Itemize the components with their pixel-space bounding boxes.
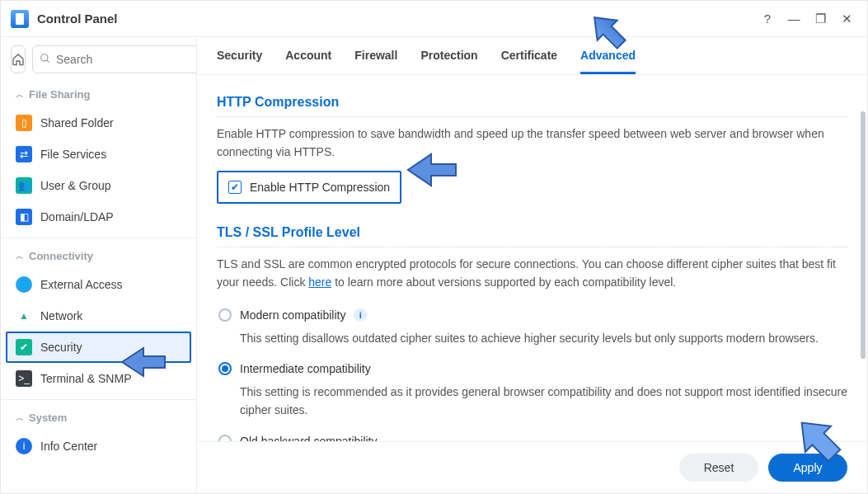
- sidebar-item-label: Shared Folder: [40, 116, 114, 129]
- tls-here-link[interactable]: here: [308, 275, 331, 289]
- search-input[interactable]: [56, 53, 197, 66]
- globe-icon: 🌐: [16, 276, 32, 293]
- network-icon: ▲: [16, 308, 32, 324]
- sidebar-item-shared-folder[interactable]: ▯ Shared Folder: [1, 107, 196, 139]
- search-icon: [40, 53, 51, 67]
- checkbox-checked-icon[interactable]: ✔: [228, 181, 242, 194]
- close-button[interactable]: ✕: [836, 8, 857, 30]
- option-modern[interactable]: Modern compatibility i: [217, 302, 847, 328]
- group-file-sharing[interactable]: ︿ File Sharing: [1, 82, 196, 107]
- sidebar-item-domain-ldap[interactable]: ◧ Domain/LDAP: [1, 201, 196, 233]
- reset-button[interactable]: Reset: [679, 454, 758, 482]
- apply-button[interactable]: Apply: [768, 454, 847, 482]
- folder-icon: ▯: [16, 115, 32, 131]
- info-icon: i: [16, 438, 32, 454]
- sidebar-item-label: External Access: [40, 278, 123, 291]
- scrollbar-thumb[interactable]: [861, 111, 866, 359]
- radio-label: Intermediate compatibility: [240, 362, 371, 375]
- group-system[interactable]: ︿ System: [1, 405, 196, 430]
- window-title: Control Panel: [37, 12, 118, 26]
- group-label: File Sharing: [29, 88, 90, 101]
- info-icon[interactable]: i: [354, 308, 367, 322]
- sidebar-item-label: Security: [40, 341, 82, 354]
- sidebar-item-label: User & Group: [40, 179, 111, 192]
- search-field[interactable]: [32, 45, 197, 73]
- titlebar: Control Panel ? — ❐ ✕: [1, 1, 867, 37]
- svg-point-0: [41, 54, 48, 60]
- maximize-button[interactable]: ❐: [809, 8, 831, 30]
- tab-security[interactable]: Security: [217, 49, 262, 74]
- enable-http-compression-row[interactable]: ✔ Enable HTTP Compression: [217, 171, 401, 204]
- radio-label: Old backward compatibility: [240, 435, 378, 441]
- chevron-up-icon: ︿: [16, 251, 24, 262]
- sidebar-item-external-access[interactable]: 🌐 External Access: [1, 269, 196, 300]
- tab-bar: Security Account Firewall Protection Cer…: [197, 37, 867, 75]
- option-modern-desc: This setting disallows outdated cipher s…: [217, 328, 847, 356]
- sidebar-item-security[interactable]: ✔ Security: [6, 332, 191, 363]
- sidebar-item-network[interactable]: ▲ Network: [1, 300, 196, 332]
- content-scroll[interactable]: HTTP Compression Enable HTTP compression…: [197, 75, 867, 441]
- domain-ldap-icon: ◧: [16, 209, 32, 225]
- sidebar-item-terminal-snmp[interactable]: >_ Terminal & SNMP: [1, 363, 196, 394]
- radio-unchecked-icon[interactable]: [218, 435, 232, 441]
- footer-buttons: Reset Apply: [197, 441, 867, 493]
- sidebar-item-info-center[interactable]: i Info Center: [1, 430, 196, 462]
- group-connectivity[interactable]: ︿ Connectivity: [1, 243, 196, 269]
- file-services-icon: ⇄: [16, 146, 32, 162]
- sidebar-item-label: Domain/LDAP: [40, 210, 114, 223]
- svg-line-1: [47, 59, 49, 62]
- sidebar-item-label: File Services: [40, 148, 106, 161]
- divider: [1, 399, 196, 400]
- user-group-icon: 👥: [16, 177, 32, 194]
- tab-certificate[interactable]: Certificate: [501, 49, 557, 74]
- terminal-icon: >_: [16, 370, 32, 387]
- radio-checked-icon[interactable]: [218, 362, 232, 375]
- divider: [1, 238, 196, 238]
- tab-advanced[interactable]: Advanced: [580, 49, 636, 74]
- shield-icon: ✔: [16, 339, 32, 355]
- option-old[interactable]: Old backward compatibility: [217, 428, 847, 441]
- group-label: Connectivity: [29, 250, 93, 262]
- radio-unchecked-icon[interactable]: [218, 308, 232, 322]
- sidebar-item-label: Terminal & SNMP: [40, 372, 131, 385]
- chevron-up-icon: ︿: [16, 412, 24, 424]
- tls-desc-post: to learn more about versions supported b…: [331, 275, 676, 289]
- http-compression-desc: Enable HTTP compression to save bandwidt…: [217, 125, 847, 161]
- sidebar-item-user-group[interactable]: 👥 User & Group: [1, 170, 196, 201]
- group-label: System: [29, 412, 67, 424]
- option-intermediate[interactable]: Intermediate compatibility: [217, 355, 847, 382]
- help-button[interactable]: ?: [757, 8, 778, 30]
- section-title-http-compression: HTTP Compression: [217, 88, 847, 117]
- tab-protection[interactable]: Protection: [420, 49, 477, 74]
- sidebar-item-file-services[interactable]: ⇄ File Services: [1, 139, 196, 170]
- minimize-button[interactable]: —: [783, 8, 805, 30]
- main-panel: Security Account Firewall Protection Cer…: [197, 37, 867, 493]
- option-intermediate-desc: This setting is recommended as it provid…: [217, 382, 847, 427]
- sidebar: ︿ File Sharing ▯ Shared Folder ⇄ File Se…: [1, 37, 197, 493]
- radio-label: Modern compatibility: [240, 308, 345, 322]
- app-icon: [11, 10, 29, 28]
- checkbox-label: Enable HTTP Compression: [250, 181, 390, 194]
- home-icon: [12, 53, 25, 66]
- tls-desc: TLS and SSL are common encrypted protoco…: [217, 256, 847, 291]
- tab-account[interactable]: Account: [285, 49, 331, 74]
- tab-firewall[interactable]: Firewall: [354, 49, 397, 74]
- chevron-up-icon: ︿: [16, 89, 24, 101]
- control-panel-window: Control Panel ? — ❐ ✕ ︿ File Sh: [0, 0, 868, 494]
- section-title-tls: TLS / SSL Profile Level: [217, 219, 847, 247]
- home-button[interactable]: [11, 45, 26, 73]
- sidebar-item-label: Info Center: [40, 440, 97, 453]
- sidebar-item-label: Network: [40, 309, 82, 322]
